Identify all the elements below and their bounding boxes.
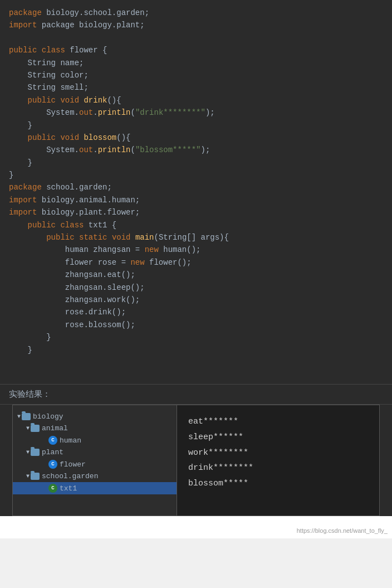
file-tree: ▼ biology ▼ animal C human	[13, 405, 177, 516]
code-line-23: zhangsan.sleep();	[9, 281, 383, 294]
tree-label-school-garden: school.garden	[42, 472, 98, 480]
output-line-3: work********	[188, 445, 368, 461]
code-line-11: public void blossom(){	[9, 132, 383, 144]
class-icon-human: C	[48, 436, 57, 445]
output-line-1: eat*******	[188, 414, 368, 430]
tree-label-biology: biology	[33, 412, 63, 421]
folder-icon-biology	[22, 413, 31, 420]
code-line-7: String smell;	[9, 81, 383, 94]
main-container: package biology.school.garden; import pa…	[0, 0, 392, 538]
folder-icon-school-garden	[31, 473, 40, 480]
code-editor: package biology.school.garden; import pa…	[0, 0, 392, 385]
code-line-22: zhangsan.eat();	[9, 269, 383, 281]
code-line-27: }	[9, 331, 383, 343]
code-line-18: public class txt1 {	[9, 219, 383, 231]
class-icon-flower: C	[48, 460, 57, 469]
tree-biology[interactable]: ▼ biology	[13, 411, 177, 422]
output-line-5: blossom*****	[188, 476, 368, 492]
tree-human[interactable]: C human	[13, 434, 177, 446]
tree-label-animal: animal	[42, 424, 68, 433]
code-line-16: import biology.animal.human;	[9, 194, 383, 206]
output-line-4: drink********	[188, 460, 368, 476]
tree-label-flower: flower	[60, 460, 86, 469]
code-line-21: flower rose = new flower();	[9, 256, 383, 269]
bottom-panel: ▼ biology ▼ animal C human	[12, 405, 380, 516]
code-line-2: import package biology.plant;	[9, 19, 383, 31]
code-line-15: package school.garden;	[9, 181, 383, 193]
tree-txt1[interactable]: C txt1	[13, 482, 177, 494]
arrow-plant: ▼	[26, 449, 30, 455]
code-line-19: public static void main(String[] args){	[9, 231, 383, 244]
arrow-school-garden: ▼	[26, 473, 30, 479]
code-line-6: String color;	[9, 69, 383, 81]
tree-label-plant: plant	[42, 448, 63, 456]
tree-label-txt1: txt1	[60, 484, 77, 493]
tree-school-garden[interactable]: ▼ school.garden	[13, 470, 177, 482]
result-label: 实验结果：	[0, 385, 392, 405]
watermark: https://blog.csdn.net/want_to_fly_	[297, 527, 388, 534]
code-line-10: }	[9, 119, 383, 132]
code-line-28: }	[9, 344, 383, 356]
tree-animal[interactable]: ▼ animal	[13, 422, 177, 434]
label-text: 实验结果：	[9, 389, 51, 399]
code-line-12: System.out.println("blossom*****");	[9, 144, 383, 156]
code-line-5: String name;	[9, 57, 383, 69]
output-panel: eat******* sleep****** work******** drin…	[177, 405, 379, 516]
output-line-2: sleep******	[188, 430, 368, 445]
code-line-24: zhangsan.work();	[9, 294, 383, 306]
code-line-9: System.out.println("drink********");	[9, 106, 383, 119]
arrow-animal: ▼	[26, 425, 30, 431]
tree-label-human: human	[60, 436, 81, 445]
folder-icon-animal	[31, 425, 40, 432]
code-line-20: human zhangsan = new human();	[9, 244, 383, 256]
code-line-1: package biology.school.garden;	[9, 7, 383, 19]
code-line-17: import biology.plant.flower;	[9, 206, 383, 218]
code-line-26: rose.blossom();	[9, 319, 383, 331]
class-icon-txt1: C	[48, 484, 57, 493]
code-line-14: }	[9, 169, 383, 181]
code-line-13: }	[9, 157, 383, 169]
arrow-biology: ▼	[17, 414, 21, 420]
code-line-25: rose.drink();	[9, 306, 383, 318]
tree-plant[interactable]: ▼ plant	[13, 446, 177, 458]
folder-icon-plant	[31, 449, 40, 456]
tree-flower[interactable]: C flower	[13, 458, 177, 470]
code-line-3	[9, 32, 383, 44]
code-line-4: public class flower {	[9, 44, 383, 56]
code-line-8: public void drink(){	[9, 94, 383, 106]
